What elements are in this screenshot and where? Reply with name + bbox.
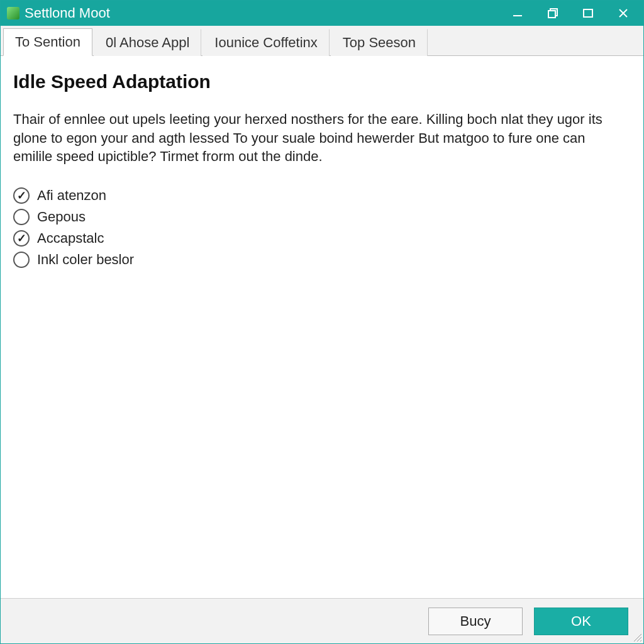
window-title: Settlond Moot (25, 5, 110, 21)
titlebar: Settlond Moot (1, 1, 643, 26)
radio-indicator (13, 252, 30, 268)
option-label: Afi atenzon (37, 187, 106, 204)
dialog-footer: Bucy OK (1, 598, 643, 643)
options-group: Afi atenzon Gepous Accapstalc Inkl coler… (13, 187, 631, 268)
tab-iounice-coffetinx[interactable]: Iounice Coffetinx (203, 29, 329, 56)
radio-indicator (13, 230, 30, 247)
tab-label: To Sention (15, 34, 80, 50)
tab-to-sention[interactable]: To Sention (3, 28, 92, 56)
minimize-icon (511, 7, 524, 19)
radio-indicator (13, 209, 30, 225)
button-label: Bucy (460, 613, 491, 630)
tab-top-seeson[interactable]: Top Seeson (331, 29, 428, 56)
option-label: Inkl coler beslor (37, 252, 134, 268)
maximize-button[interactable] (570, 1, 606, 26)
tab-label: Iounice Coffetinx (214, 35, 317, 50)
tab-label: Top Seeson (343, 35, 416, 50)
option-inkl-coler-beslor[interactable]: Inkl coler beslor (13, 252, 631, 268)
restore-button[interactable] (535, 1, 570, 26)
bucy-button[interactable]: Bucy (428, 608, 523, 635)
resize-grip[interactable] (631, 631, 641, 641)
app-icon (7, 7, 19, 19)
close-icon (617, 7, 630, 19)
tab-label: 0l Ahose Appl (106, 35, 189, 50)
titlebar-controls (500, 1, 641, 26)
option-afi-atenzon[interactable]: Afi atenzon (13, 187, 631, 204)
restore-icon (547, 7, 559, 19)
svg-rect-2 (548, 11, 555, 18)
page-title: Idle Speed Adaptation (13, 71, 631, 92)
tab-ol-ahose-appl[interactable]: 0l Ahose Appl (94, 29, 201, 56)
tabstrip: To Sention 0l Ahose Appl Iounice Coffeti… (1, 26, 643, 56)
option-label: Gepous (37, 209, 86, 225)
titlebar-left: Settlond Moot (7, 5, 110, 21)
svg-line-6 (634, 634, 641, 641)
resize-grip-icon (631, 631, 641, 641)
svg-rect-3 (584, 9, 592, 17)
close-button[interactable] (606, 1, 641, 26)
maximize-icon (582, 7, 594, 19)
content-area: Idle Speed Adaptation Thair of ennlee ou… (1, 56, 643, 598)
page-description: Thair of ennlee out upels leeting your h… (13, 110, 604, 166)
app-window: Settlond Moot To Sention 0l Ahose Appl I (0, 0, 644, 644)
minimize-button[interactable] (500, 1, 535, 26)
option-gepous[interactable]: Gepous (13, 209, 631, 225)
option-accapstalc[interactable]: Accapstalc (13, 230, 631, 247)
option-label: Accapstalc (37, 230, 104, 247)
radio-indicator (13, 187, 30, 204)
button-label: OK (571, 613, 591, 630)
ok-button[interactable]: OK (534, 608, 628, 635)
svg-line-8 (640, 640, 641, 641)
